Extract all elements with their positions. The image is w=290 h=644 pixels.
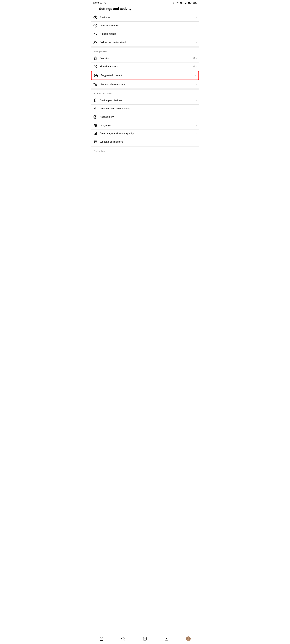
svg-point-23 bbox=[94, 41, 96, 42]
limit-icon bbox=[93, 24, 100, 28]
language-icon bbox=[93, 123, 100, 127]
section-for-families: For families bbox=[91, 147, 199, 154]
svg-rect-15 bbox=[188, 2, 190, 4]
menu-item-like-share[interactable]: Like and share counts › bbox=[91, 80, 199, 88]
signal-icon bbox=[185, 2, 187, 4]
svg-point-21 bbox=[95, 26, 96, 26]
svg-rect-9 bbox=[185, 3, 185, 4]
svg-point-58 bbox=[188, 637, 189, 639]
language-label: Language bbox=[100, 124, 196, 127]
key-icon bbox=[173, 2, 176, 4]
section-label-app-media: Your app and media bbox=[91, 90, 199, 96]
battery-icon bbox=[188, 2, 192, 4]
favorites-badge: 8 bbox=[193, 57, 195, 60]
svg-marker-30 bbox=[97, 76, 98, 77]
back-button[interactable]: ← bbox=[93, 7, 97, 11]
menu-item-archiving[interactable]: Archiving and downloading › bbox=[91, 104, 199, 113]
nav-search[interactable] bbox=[119, 636, 128, 642]
reels-icon bbox=[164, 636, 169, 641]
menu-item-muted-accounts[interactable]: Muted accounts 0 › bbox=[91, 62, 199, 71]
svg-rect-12 bbox=[187, 2, 187, 4]
data-usage-label: Data usage and media quality bbox=[100, 132, 196, 135]
svg-rect-0 bbox=[100, 2, 102, 4]
sim-icon bbox=[100, 2, 102, 4]
muted-chevron: › bbox=[196, 65, 197, 68]
svg-rect-14 bbox=[191, 2, 192, 3]
archiving-label: Archiving and downloading bbox=[100, 107, 196, 110]
bottom-nav bbox=[91, 634, 199, 644]
archiving-chevron: › bbox=[196, 107, 197, 110]
menu-item-favorites[interactable]: Favorites 8 › bbox=[91, 54, 199, 62]
website-icon bbox=[93, 140, 100, 144]
muted-icon bbox=[93, 64, 100, 68]
profile-avatar bbox=[186, 636, 191, 641]
menu-item-follow-invite[interactable]: Follow and invite friends › bbox=[91, 38, 199, 46]
limit-chevron: › bbox=[196, 24, 197, 27]
favorites-label: Favorites bbox=[100, 57, 193, 60]
device-permissions-chevron: › bbox=[196, 99, 197, 102]
website-permissions-label: Website permissions bbox=[100, 140, 196, 144]
menu-item-accessibility[interactable]: Accessibility › bbox=[91, 113, 199, 121]
incognito-icon bbox=[103, 2, 106, 4]
text-icon: Aa bbox=[93, 32, 100, 36]
restricted-icon bbox=[93, 16, 100, 19]
create-icon bbox=[143, 636, 147, 641]
profile-icon bbox=[186, 636, 191, 641]
like-share-label: Like and share counts bbox=[100, 83, 196, 86]
menu-item-hidden-words[interactable]: Aa Hidden Words › bbox=[91, 30, 199, 38]
nav-create[interactable] bbox=[140, 636, 149, 642]
svg-rect-42 bbox=[95, 134, 95, 135]
hidden-words-chevron: › bbox=[196, 32, 197, 36]
menu-item-device-permissions[interactable]: Device permissions › bbox=[91, 96, 199, 104]
svg-point-2 bbox=[104, 2, 105, 3]
svg-marker-56 bbox=[166, 638, 167, 639]
favorites-chevron: › bbox=[196, 57, 197, 60]
section-what-you-see: What you see Favorites 8 › Muted account… bbox=[91, 48, 199, 88]
accessibility-icon bbox=[93, 115, 100, 119]
section-label-for-families: For families bbox=[91, 147, 199, 154]
menu-item-website-permissions[interactable]: Website permissions › bbox=[91, 138, 199, 146]
status-right: 4G+ 58% bbox=[173, 2, 197, 4]
svg-rect-44 bbox=[96, 132, 97, 135]
data-usage-chevron: › bbox=[196, 132, 197, 135]
suggested-icon bbox=[94, 74, 101, 78]
phone-icon bbox=[93, 98, 100, 102]
menu-item-suggested-content[interactable]: Suggested content › bbox=[91, 71, 199, 80]
menu-item-data-usage[interactable]: Data usage and media quality › bbox=[91, 130, 199, 138]
svg-rect-28 bbox=[95, 74, 96, 76]
nav-reels[interactable] bbox=[162, 636, 171, 642]
muted-badge: 0 bbox=[193, 65, 195, 68]
limit-label: Limit interactions bbox=[100, 24, 196, 27]
svg-marker-26 bbox=[94, 56, 97, 60]
header: ← Settings and activity bbox=[91, 5, 199, 13]
suggested-chevron: › bbox=[195, 74, 196, 77]
device-permissions-label: Device permissions bbox=[100, 99, 196, 102]
network-type: 4G+ bbox=[180, 2, 184, 4]
svg-point-5 bbox=[173, 2, 174, 3]
svg-point-18 bbox=[95, 16, 96, 18]
menu-item-limit-interactions[interactable]: Limit interactions › bbox=[91, 22, 199, 30]
menu-item-restricted[interactable]: Restricted 1 › bbox=[91, 13, 199, 22]
svg-rect-31 bbox=[95, 76, 96, 77]
data-icon bbox=[93, 132, 100, 136]
follow-icon bbox=[93, 40, 100, 44]
svg-point-4 bbox=[105, 2, 105, 3]
language-chevron: › bbox=[196, 124, 197, 127]
menu-item-language[interactable]: Language › bbox=[91, 121, 199, 129]
section-app-media: Your app and media Device permissions › … bbox=[91, 90, 199, 146]
star-icon bbox=[93, 56, 100, 60]
top-section: Restricted 1 › Limit interactions › Aa H… bbox=[91, 13, 199, 46]
svg-rect-10 bbox=[185, 3, 186, 4]
status-bar: 10:09 4G+ 58% bbox=[91, 0, 199, 5]
accessibility-chevron: › bbox=[196, 116, 197, 119]
nav-profile[interactable] bbox=[184, 636, 193, 642]
accessibility-label: Accessibility bbox=[100, 116, 196, 118]
follow-chevron: › bbox=[196, 41, 197, 44]
archive-icon bbox=[93, 107, 100, 111]
like-icon bbox=[93, 82, 100, 86]
restricted-badge: 1 bbox=[193, 16, 195, 19]
nav-home[interactable] bbox=[97, 636, 106, 642]
battery-percent: 58% bbox=[193, 2, 197, 4]
hidden-words-label: Hidden Words bbox=[100, 32, 196, 36]
like-share-chevron: › bbox=[196, 83, 197, 86]
